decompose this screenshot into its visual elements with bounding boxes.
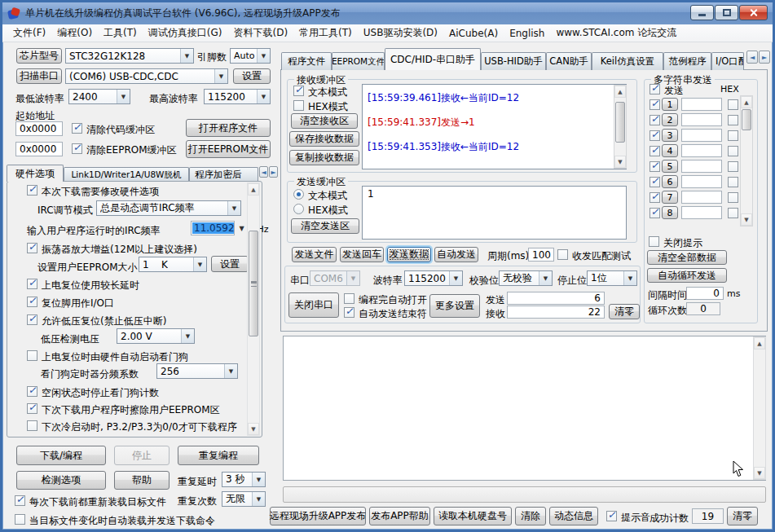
multi-send-6-button[interactable]: 6 <box>662 175 678 188</box>
clear-code-checkbox[interactable] <box>72 123 82 134</box>
multi-enable-checkbox[interactable] <box>650 161 660 172</box>
receive-hex-mode-checkbox[interactable] <box>293 100 304 111</box>
multi-row-6-hex[interactable] <box>728 177 738 187</box>
clear-code-checkbox-row[interactable]: 清除代码缓冲区 <box>72 123 155 137</box>
log-scrollbar[interactable]: ▲ ▼ <box>753 336 766 480</box>
stop-bit-select[interactable]: 1位▼ <box>587 270 637 286</box>
multi-row-2-check[interactable] <box>650 115 660 125</box>
stop-button[interactable]: 停止 <box>114 446 170 465</box>
min-baud-select[interactable]: 2400▼ <box>68 89 130 104</box>
multi-send-all-checkbox[interactable] <box>650 84 660 95</box>
multi-hex-checkbox[interactable] <box>728 130 738 141</box>
wdt-div-select[interactable]: 256▼ <box>156 363 238 379</box>
clear-all-data-button[interactable]: 清空全部数据 <box>647 250 727 265</box>
multi-enable-checkbox[interactable] <box>650 146 660 156</box>
multi-row-4-check[interactable] <box>650 146 660 156</box>
autoload-checkbox-row[interactable]: 当目标文件变化时自动装载并发送下载命令 <box>15 514 215 528</box>
irc-freq-dropdown-icon[interactable]: ▼ <box>236 222 247 234</box>
multi-row-5-hex[interactable] <box>728 161 738 172</box>
multi-string-input[interactable] <box>681 129 722 142</box>
repeat-delay-select[interactable]: 3 秒▼ <box>222 472 266 487</box>
beep-checkbox[interactable] <box>606 511 617 521</box>
close-serial-button[interactable]: 关闭串口 <box>288 292 339 318</box>
scroll-up-icon[interactable]: ▲ <box>248 183 259 196</box>
lvd-select[interactable]: 2.00 V▼ <box>117 328 195 344</box>
multi-string-input[interactable] <box>681 191 722 204</box>
irc-mode-select[interactable]: 总是动态调节IRC频率▼ <box>96 200 241 216</box>
multi-send-8-button[interactable]: 8 <box>662 206 678 219</box>
multi-row-8-hex[interactable] <box>728 208 738 218</box>
code-address-input[interactable]: 0x0000 <box>15 121 63 136</box>
dynamic-info-button[interactable]: 动态信息 <box>549 507 598 525</box>
serial-port-select[interactable]: (COM6) USB-CDC,CDC▼ <box>65 68 228 84</box>
lvr-checkbox-row[interactable]: 允许低压复位(禁止低压中断) <box>27 314 166 328</box>
tab-link1d-writer[interactable]: Link1D/Writer1A/U8W脱机 <box>64 167 189 182</box>
menu-item-file[interactable]: 文件(F) <box>7 24 51 42</box>
multi-string-input[interactable] <box>681 160 722 173</box>
scan-port-button[interactable]: 扫描串口 <box>16 68 62 84</box>
multi-row-7-check[interactable] <box>650 192 660 203</box>
osc-gain-checkbox-row[interactable]: 振荡器放大增益(12M以上建议选择) <box>27 243 197 257</box>
tab-scroll-left-icon[interactable]: ◄ <box>259 166 268 178</box>
auto-open-row[interactable]: 编程完自动打开 <box>344 293 427 307</box>
tab-can[interactable]: CAN助手 <box>546 52 592 70</box>
multi-send-2-button[interactable]: 2 <box>662 113 678 126</box>
multi-row-7-hex[interactable] <box>728 192 738 203</box>
multi-send-7-button[interactable]: 7 <box>662 191 678 204</box>
scroll-down-icon[interactable]: ▼ <box>754 467 765 479</box>
tab-program-encrypt[interactable]: 程序加密后 <box>189 167 258 182</box>
log-output-area[interactable] <box>283 336 766 481</box>
receive-scroll-thumb[interactable] <box>615 102 625 143</box>
menu-item-usb-driver[interactable]: USB驱动安装(D) <box>358 24 443 42</box>
clear-counts-button[interactable]: 清零 <box>609 304 640 319</box>
auto-loop-send-button[interactable]: 自动循环发送 <box>647 268 727 283</box>
multi-row-5-check[interactable] <box>650 161 660 172</box>
autoload-checkbox[interactable] <box>15 514 25 525</box>
multi-scroll-thumb[interactable] <box>742 109 751 130</box>
close-tip-row[interactable]: 关闭提示 <box>649 236 702 250</box>
multi-string-input[interactable] <box>681 175 722 188</box>
idle-wdt-checkbox[interactable] <box>27 386 37 397</box>
clear-eeprom-checkbox[interactable] <box>72 143 82 154</box>
chip-model-select[interactable]: STC32G12K128▼ <box>65 48 194 64</box>
erase-eeprom-checkbox-row[interactable]: 下次下载用户程序时擦除用户EEPROM区 <box>27 403 220 417</box>
check-options-button[interactable]: 检测选项 <box>16 471 106 490</box>
pins-select[interactable]: Auto▼ <box>230 48 271 64</box>
multi-row-1-hex[interactable] <box>728 99 738 110</box>
send-data-button[interactable]: 发送数据 <box>387 247 431 262</box>
menu-item-downloads[interactable]: 资料下载(D) <box>227 24 293 42</box>
remote-upgrade-publish-button[interactable]: 远程现场升级APP发布 <box>270 507 366 525</box>
multi-hex-checkbox[interactable] <box>728 192 738 203</box>
multi-hex-checkbox[interactable] <box>728 115 738 125</box>
scroll-down-icon[interactable]: ▼ <box>614 156 626 168</box>
menu-item-tools[interactable]: 工具(T) <box>98 24 143 42</box>
tab-keil-sim[interactable]: Keil仿真设置 <box>592 52 663 70</box>
clear-receive-button[interactable]: 清空接收区 <box>291 113 358 129</box>
port-settings-button[interactable]: 设置 <box>233 68 271 84</box>
cold-boot-checkbox-row[interactable]: 下次冷启动时, P3.2/P3.3为0/0才可下载程序 <box>27 420 237 434</box>
repeat-count-select[interactable]: 无限▼ <box>222 491 266 507</box>
save-receive-button[interactable]: 保存接收数据 <box>289 131 359 147</box>
reset-io-checkbox[interactable] <box>27 297 37 307</box>
scroll-down-icon[interactable]: ▼ <box>741 213 752 226</box>
multi-hex-checkbox[interactable] <box>728 99 738 110</box>
send-file-button[interactable]: 发送文件 <box>292 247 337 262</box>
scroll-up-icon[interactable]: ▲ <box>741 96 752 108</box>
auto-eol-checkbox[interactable] <box>344 307 354 318</box>
hw-wdt-checkbox[interactable] <box>27 350 37 361</box>
serial-baud-select[interactable]: 115200▼ <box>404 270 463 286</box>
multi-send-5-button[interactable]: 5 <box>662 160 678 173</box>
receive-text-mode-row[interactable]: 文本模式 <box>293 86 347 99</box>
menu-item-website[interactable]: www.STCAI.com 论坛交流 <box>550 24 682 42</box>
idle-wdt-checkbox-row[interactable]: 空闲状态时停止看门狗计数 <box>27 386 159 400</box>
eeprom-address-input[interactable]: 0x0000 <box>15 142 63 156</box>
tab-scroll-right-icon[interactable]: ► <box>759 51 770 64</box>
osc-gain-checkbox[interactable] <box>27 243 37 253</box>
erase-eeprom-checkbox[interactable] <box>27 403 37 414</box>
maximize-button[interactable] <box>715 5 738 20</box>
close-tip-checkbox[interactable] <box>649 236 659 247</box>
cold-boot-checkbox[interactable] <box>27 420 37 431</box>
send-hex-mode-radio[interactable] <box>293 204 304 214</box>
parity-select[interactable]: 无校验▼ <box>499 270 553 286</box>
open-eeprom-file-button[interactable]: 打开EEPROM文件 <box>186 140 271 158</box>
